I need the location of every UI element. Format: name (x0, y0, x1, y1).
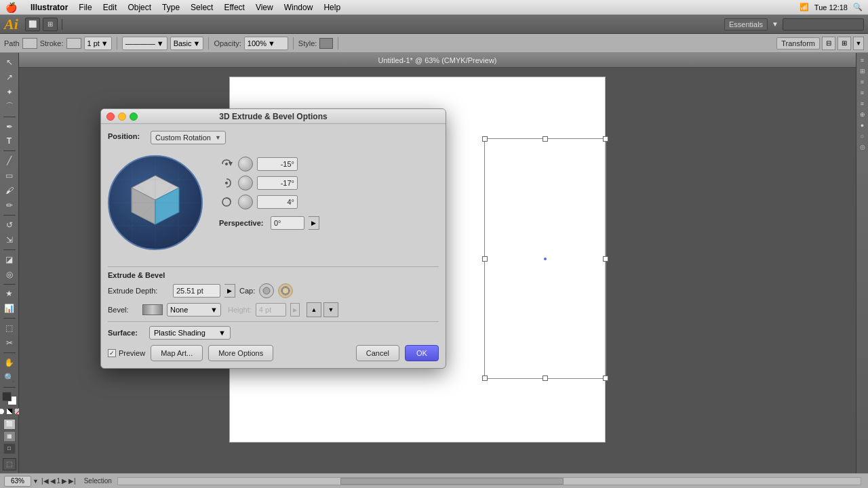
brush-tool[interactable]: 🖌 (2, 184, 17, 197)
stroke-swatch[interactable] (66, 38, 81, 49)
zoom-tool[interactable]: 🔍 (2, 371, 17, 384)
menu-select[interactable]: Select (191, 3, 213, 12)
lasso-tool[interactable]: ⌒ (2, 100, 17, 114)
new-doc-button[interactable]: ⬜ (25, 18, 40, 31)
type-tool[interactable]: T (2, 135, 17, 148)
transform-button[interactable]: Transform (776, 37, 820, 49)
magic-wand-tool[interactable]: ✦ (2, 85, 17, 99)
color-fill-swatch[interactable] (2, 392, 17, 405)
handle-tr[interactable] (603, 136, 608, 142)
menu-type[interactable]: Type (162, 3, 180, 12)
handle-bc[interactable] (542, 375, 548, 381)
ok-button[interactable]: OK (405, 345, 439, 361)
zoom-dropdown-arrow[interactable]: ▼ (33, 478, 39, 485)
next-page-icon[interactable]: ▶ (62, 477, 67, 485)
handle-tc[interactable] (542, 136, 548, 142)
right-panel-btn6[interactable]: ⊕ (858, 110, 867, 119)
search-box[interactable] (783, 18, 864, 30)
right-panel-btn5[interactable]: ≡ (858, 99, 867, 108)
selection-tool[interactable]: ↖ (2, 56, 17, 69)
opacity-dropdown[interactable]: 100% ▼ (244, 37, 288, 50)
preview-mode-btn[interactable]: ▦ (3, 431, 16, 442)
cancel-button[interactable]: Cancel (356, 345, 399, 361)
preview-checkbox[interactable]: ✓ (108, 349, 116, 357)
right-panel-btn7[interactable]: ● (858, 121, 867, 130)
map-art-button[interactable]: Map Art... (151, 345, 203, 361)
scrollbar-thumb[interactable] (340, 478, 564, 485)
handle-bl[interactable] (482, 375, 488, 381)
bevel-up-button[interactable]: ▲ (307, 302, 321, 317)
selected-object[interactable] (484, 138, 606, 379)
bevel-dropdown[interactable]: None ▼ (167, 303, 221, 317)
handle-br[interactable] (603, 375, 608, 381)
last-page-icon[interactable]: ▶| (68, 477, 76, 485)
handle-ml[interactable] (482, 256, 488, 262)
right-panel-btn8[interactable]: ○ (858, 131, 867, 141)
handle-tl[interactable] (482, 136, 488, 142)
arrange-button[interactable]: ⊞ (43, 18, 58, 31)
bevel-down-button[interactable]: ▼ (323, 302, 338, 317)
perspective-input[interactable]: 0° (271, 216, 304, 230)
apple-menu[interactable]: 🍎 (5, 2, 17, 13)
zoom-value[interactable]: 63% (4, 476, 31, 487)
menu-file[interactable]: File (79, 3, 92, 12)
outline-mode-btn[interactable]: □ (3, 443, 16, 454)
align-button[interactable]: ⊟ (822, 37, 835, 50)
right-panel-btn2[interactable]: ⊞ (858, 66, 867, 76)
close-button[interactable] (106, 113, 115, 121)
cap-fill-button[interactable] (259, 283, 274, 298)
stroke-weight-dropdown[interactable]: 1 pt ▼ (84, 37, 112, 50)
pencil-tool[interactable]: ✏ (2, 199, 17, 212)
horizontal-scrollbar[interactable] (117, 477, 861, 485)
more-options-button[interactable]: More Options (208, 345, 273, 361)
color-btn[interactable] (0, 408, 5, 415)
column-graph-tool[interactable]: 📊 (2, 302, 17, 315)
height-arrow[interactable]: ▶ (290, 303, 300, 317)
artboard-tool[interactable]: ⬚ (2, 321, 17, 335)
position-dropdown[interactable]: Custom Rotation ▼ (151, 131, 226, 144)
slice-tool[interactable]: ✂ (2, 336, 17, 350)
rot-y-input[interactable]: -17° (257, 176, 298, 190)
handle-mr[interactable] (603, 256, 608, 262)
blend-tool[interactable]: ◎ (2, 268, 17, 281)
change-screen-mode[interactable]: ⬚ (3, 458, 16, 470)
right-panel-btn9[interactable]: ◎ (858, 142, 867, 152)
brush-dropdown[interactable]: ———— ▼ (122, 37, 167, 50)
zoom-control[interactable]: 63% ▼ (4, 476, 39, 487)
perspective-arrow[interactable]: ▶ (309, 216, 319, 230)
symbol-tool[interactable]: ★ (2, 287, 17, 300)
prev-page-icon[interactable]: ◀ (50, 477, 56, 485)
direct-selection-tool[interactable]: ↗ (2, 70, 17, 84)
rot-z-dial[interactable] (238, 195, 253, 209)
profile-dropdown[interactable]: Basic ▼ (170, 37, 204, 50)
fill-swatch[interactable] (22, 38, 37, 49)
search-icon[interactable]: 🔍 (853, 3, 863, 12)
rot-y-dial[interactable] (238, 176, 253, 190)
rot-x-input[interactable]: -15° (257, 157, 298, 171)
menu-object[interactable]: Object (127, 3, 151, 12)
rotate-tool[interactable]: ↺ (2, 218, 17, 232)
3d-extrude-dialog[interactable]: 3D Extrude & Bevel Options Position: Cus… (100, 108, 446, 369)
essentials-dropdown[interactable]: Essentials (724, 18, 768, 30)
screen-mode-btn[interactable]: ⬜ (3, 419, 16, 430)
more-button[interactable]: ▼ (853, 37, 864, 50)
extrude-depth-input[interactable]: 25.51 pt (173, 284, 220, 298)
pathfinder-button[interactable]: ⊞ (837, 37, 851, 50)
right-panel-btn4[interactable]: ≡ (858, 88, 867, 98)
right-panel-btn1[interactable]: ≡ (858, 56, 867, 65)
scale-tool[interactable]: ⇲ (2, 233, 17, 247)
cube-circle[interactable] (108, 155, 203, 250)
page-nav[interactable]: |◀ ◀ 1 ▶ ▶| (41, 477, 76, 485)
menu-edit[interactable]: Edit (103, 3, 117, 12)
pen-tool[interactable]: ✒ (2, 120, 17, 134)
menu-effect[interactable]: Effect (224, 3, 244, 12)
first-page-icon[interactable]: |◀ (41, 477, 49, 485)
style-swatch[interactable] (319, 38, 333, 49)
right-panel-btn3[interactable]: ≡ (858, 77, 867, 87)
extrude-depth-arrow[interactable]: ▶ (224, 284, 235, 298)
gradient-tool[interactable]: ◪ (2, 253, 17, 266)
rot-x-dial[interactable] (238, 157, 253, 171)
minimize-button[interactable] (118, 113, 126, 121)
height-input[interactable]: 4 pt (256, 303, 286, 317)
menu-help[interactable]: Help (323, 3, 340, 12)
